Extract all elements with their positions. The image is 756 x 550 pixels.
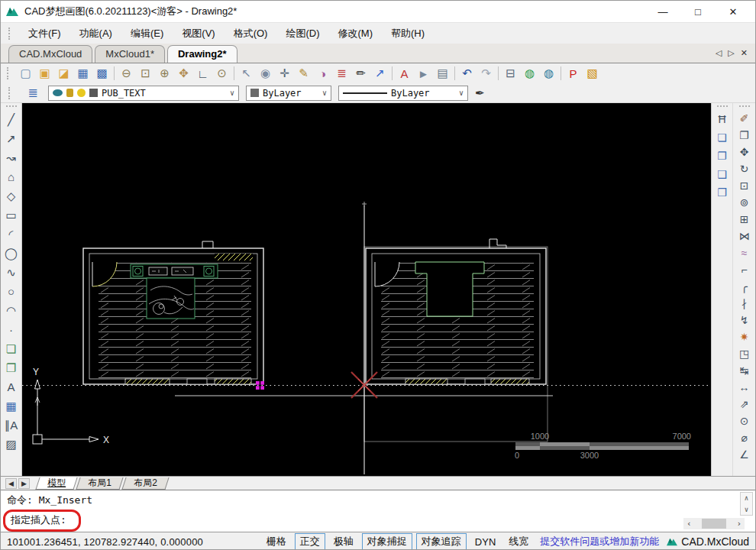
match-properties-brush-icon[interactable]: ✒ [475,86,485,100]
draw-order-icon[interactable]: ✛ [275,65,294,82]
boundary-icon[interactable]: ◳ [735,345,754,362]
line-tool-icon[interactable]: ╱ [2,110,21,129]
toolbar-grip[interactable] [8,28,11,40]
close-button[interactable]: ✕ [716,2,751,21]
zoom-window-icon[interactable]: ⊡ [136,65,155,82]
block-create-tool-icon[interactable]: ❐ [2,358,21,377]
text-tool-icon[interactable]: A [2,377,21,396]
spline-tool-icon[interactable]: ∿ [2,263,21,282]
menu-item-3[interactable]: 视图(V) [173,24,224,44]
tab-scroll-right-icon[interactable]: ▷ [728,48,734,58]
save-icon[interactable]: ▦ [73,65,92,82]
copy-icon[interactable]: ❐ [735,127,754,144]
fillet-icon[interactable]: ╭ [735,278,754,295]
layer-select[interactable]: PUB_TEXT ∨ [48,86,239,101]
text-style-icon[interactable]: A [395,65,414,82]
undo-icon[interactable]: ↶ [457,65,477,82]
pan-icon[interactable]: ✥ [174,65,193,82]
menu-item-7[interactable]: 帮助(H) [382,24,434,44]
layout-scroll-left-icon[interactable]: ◀ [5,478,17,489]
move-icon[interactable]: ✥ [735,144,754,160]
chamfer-icon[interactable]: ⌐ [735,261,754,278]
ellipse-tool-icon[interactable]: ○ [2,282,21,301]
rotate-icon[interactable]: ↻ [735,160,754,177]
mirror-icon[interactable]: ⋈ [735,228,754,244]
scale-icon[interactable]: ⊡ [735,177,754,194]
open-file-icon[interactable]: ▣ [35,65,54,82]
toolbar-grip[interactable] [739,105,750,108]
stretch-icon[interactable]: ↹ [735,362,754,379]
zoom-dynamic-icon[interactable]: ⊖ [117,65,136,82]
polyline-tool-icon[interactable]: ↝ [2,148,21,167]
toolbar-grip[interactable] [717,105,728,108]
minimize-button[interactable]: — [645,2,680,21]
color-select[interactable]: ByLayer ∨ [246,86,331,101]
circle-tool-icon[interactable]: ◯ [2,244,21,263]
layer-manager-icon[interactable]: ≣ [24,86,41,100]
rectangle-tool-icon[interactable]: ▭ [2,205,21,225]
dim-linear-icon[interactable]: ↔ [735,379,754,396]
status-toggle-2[interactable]: 极轴 [329,534,358,549]
ellipse-arc-tool-icon[interactable]: ◠ [2,301,21,320]
toolbar-grip[interactable] [6,105,17,108]
hatch-tool-icon[interactable]: ▨ [2,435,21,454]
layout-tab-0[interactable]: 模型 [35,477,77,490]
tab-scroll-left-icon[interactable]: ◁ [716,48,722,58]
print-icon[interactable]: ⊟ [501,65,520,82]
dim-diameter-icon[interactable]: ⌀ [735,429,754,446]
pdf-export-icon[interactable]: P [564,65,583,82]
scroll-up-icon[interactable]: ∧ [745,494,748,502]
redo-icon[interactable]: ↷ [477,65,496,82]
mtext-tool-icon[interactable]: ∥A [2,416,21,435]
drawing-canvas[interactable]: Y X 1000 7000 0 3000 [22,103,711,476]
menu-item-5[interactable]: 绘图(D) [276,24,328,44]
save-as-icon[interactable]: ▩ [92,65,111,82]
tab-close-icon[interactable]: ✕ [741,48,748,58]
cloud-share-icon[interactable]: ◍ [520,65,539,82]
command-vertical-scrollbar[interactable]: ∧ ∨ [740,492,753,516]
block-insert-tool-icon[interactable]: ❏ [2,339,21,358]
polygon-tool-icon[interactable]: ⌂ [2,167,21,186]
menu-item-4[interactable]: 格式(O) [225,24,277,44]
palette-icon[interactable]: ◑ [313,65,332,82]
polygon2-tool-icon[interactable]: ◇ [2,186,21,205]
document-tab-2[interactable]: Drawing2* [167,45,237,63]
cloud-sync-icon[interactable]: ◍ [539,65,558,82]
layout-scroll-right-icon[interactable]: ▶ [18,478,30,489]
explode-icon[interactable]: ✷ [735,328,754,345]
command-window[interactable]: 命令: Mx_Insert 指定插入点: ∧ ∨ ‹ › [1,490,755,532]
dim-radius-icon[interactable]: ⊙ [735,412,754,429]
zoom-previous-icon[interactable]: ↖ [237,65,256,82]
scroll-left-icon[interactable]: ‹ [687,519,692,529]
break-icon[interactable]: ∤ [735,295,754,312]
layout-tab-1[interactable]: 布局1 [76,477,123,490]
table-tool-icon[interactable]: ▦ [2,396,21,416]
paste-block-icon[interactable]: ❒ [712,183,732,202]
toolbar-grip[interactable] [7,67,10,79]
maximize-button[interactable]: □ [680,2,716,21]
document-tab-0[interactable]: CAD.MxCloud [8,45,92,63]
scroll-right-icon[interactable]: › [736,519,741,529]
copy-clip-icon[interactable]: ❏ [712,128,732,147]
command-horizontal-scrollbar[interactable]: ‹ › [683,518,745,529]
linetype-select[interactable]: ByLayer ∨ [338,86,468,101]
image-export-icon[interactable]: ▧ [583,65,602,82]
pen-icon[interactable]: ✎ [294,65,313,82]
named-views-icon[interactable]: ◉ [256,65,275,82]
match-properties-icon[interactable]: ✏ [351,65,370,82]
status-toggle-5[interactable]: DYN [470,535,500,548]
options-icon[interactable]: ▤ [433,65,452,82]
scrollbar-thumb[interactable] [702,519,726,529]
status-toggle-3[interactable]: 对象捕捉 [362,533,412,550]
dim-aligned-icon[interactable]: ⇗ [735,396,754,412]
feedback-link[interactable]: 提交软件问题或增加新功能 [540,535,659,548]
menu-item-6[interactable]: 修改(M) [328,24,382,44]
select-filter-icon[interactable]: ► [414,65,433,82]
offset-icon[interactable]: ⊚ [735,194,754,211]
toolbar-grip[interactable] [8,87,11,99]
arc-tool-icon[interactable]: ◜ [2,225,21,244]
menu-item-1[interactable]: 功能(A) [70,24,121,44]
status-toggle-1[interactable]: 正交 [295,533,325,550]
menu-item-0[interactable]: 文件(F) [19,24,70,44]
command-prompt[interactable]: 指定插入点: [3,510,81,532]
